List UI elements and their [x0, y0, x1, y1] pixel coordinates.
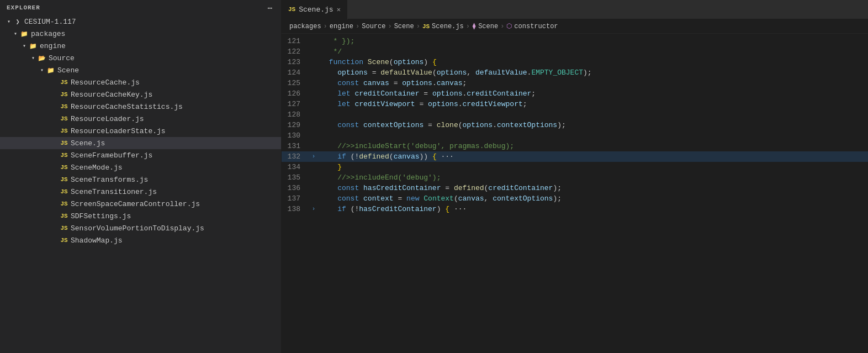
code-line-138: 138 › if (!hasCreditContainer) { ···	[282, 204, 868, 214]
breadcrumb-scene-class[interactable]: Scene	[478, 23, 498, 30]
code-editor[interactable]: 121 * }); 122 */ 123 function Scene(opti…	[282, 34, 868, 353]
more-icon[interactable]: ⋯	[266, 3, 274, 12]
collapse-toggle-138[interactable]: ›	[309, 204, 318, 214]
packages-label: packages	[31, 30, 65, 38]
collapse-toggle-132[interactable]: ›	[309, 151, 318, 162]
breadcrumb-scene-folder[interactable]: Scene	[394, 23, 414, 30]
list-item[interactable]: JS SDFSettings.js	[0, 210, 281, 222]
list-item[interactable]: JS SceneTransitioner.js	[0, 186, 281, 198]
js-file-icon: JS	[60, 224, 68, 233]
root-icon: ❯	[13, 17, 22, 26]
code-line-128: 128	[282, 109, 868, 120]
sidebar-header: EXPLORER ⋯	[0, 0, 281, 15]
js-file-icon: JS	[60, 151, 68, 160]
list-item[interactable]: JS ResourceLoader.js	[0, 113, 281, 125]
code-line-130: 130	[282, 130, 868, 141]
breadcrumb-constructor-icon: ⬡	[506, 22, 512, 30]
list-item[interactable]: JS ResourceLoaderState.js	[0, 125, 281, 137]
code-line-131: 131 //>>includeStart('debug', pragmas.de…	[282, 141, 868, 151]
js-file-icon: JS	[60, 199, 68, 208]
breadcrumb-packages[interactable]: packages	[289, 23, 321, 30]
scene-folder-label: Scene	[57, 66, 79, 75]
tab-bar: JS Scene.js ✕	[282, 0, 868, 19]
js-file-icon: JS	[60, 175, 68, 184]
js-file-icon: JS	[60, 102, 68, 111]
editor-area: JS Scene.js ✕ packages › engine › Source…	[282, 0, 868, 353]
breadcrumb: packages › engine › Source › Scene › JS …	[282, 19, 868, 34]
code-line-132: 132 › if (!defined(canvas)) { ···	[282, 151, 868, 162]
breadcrumb-scene-symbol: ⧫	[472, 22, 476, 30]
list-item[interactable]: JS ResourceCache.js	[0, 76, 281, 88]
sidebar-tree: ▾ ❯ CESIUM-1.117 ▾ 📁 packages ▾ 📁 engine…	[0, 15, 281, 353]
list-item[interactable]: JS ShadowMap.js	[0, 234, 281, 246]
code-line-129: 129 const contextOptions = clone(options…	[282, 120, 868, 130]
chevron-down-icon: ▾	[20, 41, 29, 50]
code-line-126: 126 let creditContainer = options.credit…	[282, 88, 868, 99]
sidebar: EXPLORER ⋯ ▾ ❯ CESIUM-1.117 ▾ 📁 packages…	[0, 0, 282, 353]
tab-scenejs[interactable]: JS Scene.js ✕	[282, 0, 348, 19]
chevron-down-icon: ▾	[11, 29, 20, 38]
js-file-icon: JS	[60, 90, 68, 99]
js-file-icon: JS	[60, 212, 68, 220]
sidebar-header-icons: ⋯	[266, 3, 274, 12]
code-line-122: 122 */	[282, 46, 868, 57]
source-label: Source	[49, 54, 75, 62]
code-line-124: 124 options = defaultValue(options, defa…	[282, 67, 868, 78]
chevron-down-icon: ▾	[38, 66, 46, 75]
breadcrumb-engine[interactable]: engine	[330, 23, 353, 30]
list-item[interactable]: JS ResourceCacheKey.js	[0, 88, 281, 101]
tab-close-button[interactable]: ✕	[337, 6, 341, 14]
list-item[interactable]: JS SensorVolumePortionToDisplay.js	[0, 222, 281, 234]
list-item-active[interactable]: JS Scene.js	[0, 137, 281, 149]
tree-root[interactable]: ▾ ❯ CESIUM-1.117	[0, 15, 281, 28]
js-file-icon: JS	[60, 78, 68, 87]
breadcrumb-source[interactable]: Source	[362, 23, 385, 30]
js-file-icon: JS	[60, 236, 68, 245]
source-folder-icon: 📂	[38, 54, 46, 62]
code-line-136: 136 const hasCreditContainer = defined(c…	[282, 183, 868, 193]
folder-icon: 📁	[29, 41, 38, 50]
code-line-137: 137 const context = new Context(canvas, …	[282, 193, 868, 204]
js-file-icon: JS	[60, 127, 68, 135]
folder-icon: 📁	[46, 66, 55, 75]
folder-icon: 📁	[20, 29, 29, 38]
tree-engine[interactable]: ▾ 📁 engine	[0, 40, 281, 52]
sidebar-title: EXPLORER	[7, 4, 40, 11]
code-line-123: 123 function Scene(options) {	[282, 57, 868, 67]
list-item[interactable]: JS SceneFramebuffer.js	[0, 149, 281, 161]
list-item[interactable]: JS ScreenSpaceCameraController.js	[0, 198, 281, 210]
chevron-down-icon: ▾	[4, 17, 13, 26]
js-file-icon: JS	[60, 163, 68, 172]
engine-label: engine	[40, 42, 66, 50]
list-item[interactable]: JS SceneMode.js	[0, 161, 281, 173]
js-file-icon: JS	[60, 139, 68, 147]
tab-name: Scene.js	[299, 6, 333, 14]
list-item[interactable]: JS SceneTransforms.js	[0, 173, 281, 186]
code-line-134: 134 }	[282, 162, 868, 172]
breadcrumb-scenejs[interactable]: Scene.js	[432, 23, 464, 30]
code-line-121: 121 * });	[282, 36, 868, 46]
code-line-125: 125 const canvas = options.canvas;	[282, 78, 868, 88]
list-item[interactable]: JS ResourceCacheStatistics.js	[0, 101, 281, 113]
root-label: CESIUM-1.117	[24, 18, 76, 26]
code-line-135: 135 //>>includeEnd('debug');	[282, 172, 868, 183]
breadcrumb-js-icon: JS	[422, 23, 430, 30]
js-file-icon: JS	[60, 187, 68, 196]
tree-scene-folder[interactable]: ▾ 📁 Scene	[0, 64, 281, 76]
chevron-down-icon: ▾	[29, 54, 38, 62]
tab-js-icon: JS	[288, 6, 295, 13]
breadcrumb-constructor[interactable]: constructor	[514, 23, 558, 30]
js-file-icon: JS	[60, 114, 68, 123]
tree-packages[interactable]: ▾ 📁 packages	[0, 28, 281, 40]
tree-source[interactable]: ▾ 📂 Source	[0, 52, 281, 64]
code-line-127: 127 let creditViewport = options.creditV…	[282, 99, 868, 109]
